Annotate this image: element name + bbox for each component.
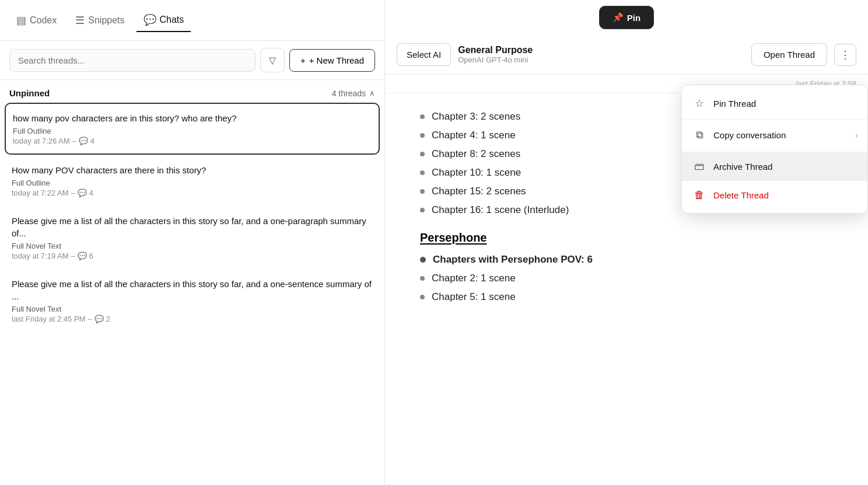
thread-list: how many pov characters are in this stor… [0, 103, 384, 485]
plus-icon: + [300, 55, 306, 65]
persephone-list: Chapters with Persephone POV: 6 Chapter … [420, 250, 833, 306]
filter-icon: ▽ [269, 55, 276, 66]
thread-meta: today at 7:19 AM – 💬 6 [12, 252, 373, 260]
thread-source: Full Novel Text [12, 305, 373, 313]
thread-meta: today at 7:22 AM – 💬 4 [12, 189, 373, 197]
thread-item[interactable]: Please give me a list of all the charact… [5, 207, 380, 268]
tab-chats-label: Chats [160, 15, 184, 25]
ai-info: General Purpose OpenAI GPT-4o mini [458, 45, 744, 64]
copy-icon: ⧉ [692, 129, 706, 141]
thread-messages: 2 [106, 315, 110, 323]
bullet-icon [420, 276, 425, 281]
tab-snippets-label: Snippets [88, 15, 124, 26]
thread-meta: last Friday at 2:45 PM – 💬 2 [12, 315, 373, 323]
search-wrap [9, 49, 256, 72]
more-menu-button[interactable]: ⋮ [834, 44, 856, 66]
dash: – [88, 315, 92, 323]
menu-divider [682, 151, 867, 151]
tab-snippets[interactable]: ☰ Snippets [68, 9, 131, 32]
thread-meta: today at 7:26 AM – 💬 4 [13, 137, 372, 145]
thread-item[interactable]: How many POV characters are there in thi… [5, 156, 380, 205]
more-icon: ⋮ [840, 48, 850, 61]
chats-icon: 💬 [144, 13, 156, 26]
trash-icon: 🗑 [692, 189, 706, 201]
ai-model: OpenAI GPT-4o mini [458, 55, 744, 64]
item-text: Chapter 3: 2 scenes [432, 111, 520, 123]
dash: – [71, 189, 75, 197]
bullet-icon [420, 208, 425, 212]
select-ai-label: Select AI [407, 50, 441, 60]
thread-messages: 6 [89, 252, 93, 260]
item-text: Chapter 8: 2 scenes [432, 148, 520, 160]
pin-button[interactable]: 📌 Pin [599, 6, 654, 29]
tab-codex[interactable]: ▤ Codex [9, 9, 64, 32]
item-text: Chapter 10: 1 scene [432, 167, 521, 179]
bullet-icon [420, 170, 425, 175]
pin-bar: 📌 Pin [385, 6, 868, 29]
bullet-icon [420, 152, 425, 156]
thread-title: Please give me a list of all the charact… [12, 278, 373, 302]
thread-title: How many POV characters are there in thi… [12, 164, 373, 176]
open-thread-label: Open Thread [764, 50, 815, 60]
bullet-icon [420, 133, 425, 138]
item-text: Chapter 4: 1 scene [432, 130, 516, 141]
ai-name: General Purpose [458, 45, 744, 55]
main-header: Select AI General Purpose OpenAI GPT-4o … [385, 35, 868, 75]
section-title: Unpinned [9, 88, 50, 98]
menu-item-delete[interactable]: 🗑 Delete Thread [682, 181, 867, 210]
item-text: Chapter 15: 2 scenes [432, 186, 526, 197]
chat-icon: 💬 [94, 315, 104, 323]
main-panel: 📌 Pin Select AI General Purpose OpenAI G… [385, 0, 868, 485]
thread-title: Please give me a list of all the charact… [12, 215, 373, 239]
dash: – [71, 252, 75, 260]
chat-icon: 💬 [79, 137, 88, 145]
pin-icon: 📌 [612, 12, 624, 23]
item-text: Chapter 5: 1 scene [432, 291, 516, 303]
search-row: ▽ + + New Thread [0, 41, 384, 80]
thread-source: Full Outline [12, 179, 373, 187]
chat-icon: 💬 [78, 252, 87, 260]
thread-time: today at 7:26 AM [13, 137, 70, 145]
menu-item-copy-label: Copy conversation [713, 130, 786, 140]
new-thread-label: + New Thread [309, 55, 364, 65]
chevron-right-icon: › [855, 130, 858, 141]
thread-time: last Friday at 2:45 PM [12, 315, 85, 323]
star-icon: ☆ [692, 97, 706, 110]
thread-messages: 4 [90, 137, 94, 145]
menu-divider [682, 119, 867, 120]
archive-icon: 🗃 [692, 160, 706, 173]
thread-time: today at 7:19 AM [12, 252, 69, 260]
bullet-icon [420, 295, 425, 299]
menu-item-pin[interactable]: ☆ Pin Thread [682, 89, 867, 118]
item-text: Chapter 2: 1 scene [432, 273, 516, 284]
tab-codex-label: Codex [30, 15, 57, 26]
section-header: Unpinned 4 threads ∧ [0, 80, 384, 103]
menu-item-delete-label: Delete Thread [713, 190, 769, 200]
list-item: Chapters with Persephone POV: 6 [420, 250, 833, 269]
search-input[interactable] [9, 49, 256, 72]
new-thread-button[interactable]: + + New Thread [289, 49, 375, 72]
context-menu: ☆ Pin Thread ⧉ Copy conversation › 🗃 Arc… [681, 85, 868, 214]
chevron-up-icon: ∧ [369, 89, 375, 97]
thread-time: today at 7:22 AM [12, 189, 69, 197]
tab-chats[interactable]: 💬 Chats [136, 9, 191, 32]
menu-item-archive-label: Archive Thread [713, 162, 772, 172]
dash: – [72, 137, 76, 145]
pin-label: Pin [627, 13, 640, 23]
open-thread-button[interactable]: Open Thread [751, 43, 827, 66]
thread-item[interactable]: Please give me a list of all the charact… [5, 270, 380, 332]
menu-item-copy[interactable]: ⧉ Copy conversation › [682, 121, 867, 149]
codex-icon: ▤ [16, 14, 26, 27]
nav-tabs: ▤ Codex ☰ Snippets 💬 Chats [0, 0, 384, 41]
select-ai-button[interactable]: Select AI [397, 43, 451, 66]
menu-item-archive[interactable]: 🗃 Archive Thread [682, 152, 867, 181]
snippets-icon: ☰ [75, 14, 85, 27]
thread-source: Full Novel Text [12, 242, 373, 250]
thread-item[interactable]: how many pov characters are in this stor… [5, 103, 380, 155]
sidebar: ▤ Codex ☰ Snippets 💬 Chats ▽ + + New Thr… [0, 0, 385, 485]
list-item: Chapter 5: 1 scene [420, 288, 833, 306]
filter-button[interactable]: ▽ [260, 48, 285, 72]
thread-title: how many pov characters are in this stor… [13, 112, 372, 124]
item-text: Chapters with Persephone POV: 6 [433, 254, 593, 266]
menu-item-pin-label: Pin Thread [713, 99, 756, 109]
